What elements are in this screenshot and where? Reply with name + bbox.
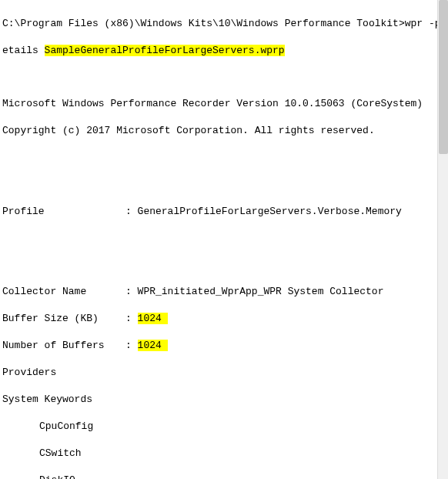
profile-row: Profile: GeneralProfileForLargeServers.V… [2, 205, 435, 219]
profile-label: Profile [2, 205, 125, 219]
blank-line [2, 71, 435, 84]
collector-sep: : [125, 286, 138, 297]
buffer-size-sep: : [125, 313, 138, 324]
collector-label: Collector Name [2, 285, 125, 299]
scrollbar-thumb[interactable] [439, 0, 448, 154]
buffer-size-label: Buffer Size (KB) [2, 312, 125, 326]
profile-filename-highlight: SampleGeneralProfileForLargeServers.wprp [45, 45, 285, 56]
buffer-size-row: Buffer Size (KB): 1024 [2, 312, 435, 326]
keyword-item: CpuConfig [2, 420, 435, 434]
version-line: Microsoft Windows Performance Recorder V… [2, 97, 435, 111]
num-buffers-value-highlight: 1024 [138, 340, 168, 351]
command-text-1: wpr -profiled [405, 18, 437, 29]
vertical-scrollbar[interactable] [437, 0, 448, 479]
profile-sep: : [125, 206, 138, 217]
system-keywords-label: System Keywords [2, 393, 435, 407]
collector-row: Collector Name: WPR_initiated_WprApp_WPR… [2, 285, 435, 299]
copyright-line: Copyright (c) 2017 Microsoft Corporation… [2, 124, 435, 138]
num-buffers-sep: : [125, 340, 138, 351]
providers-label: Providers [2, 366, 435, 380]
command-line-2: etails SampleGeneralProfileForLargeServe… [2, 44, 435, 58]
prompt-path: C:\Program Files (x86)\Windows Kits\10\W… [2, 18, 405, 29]
buffer-size-value-highlight: 1024 [138, 313, 168, 324]
keyword-item: DiskIO [2, 474, 435, 479]
num-buffers-row: Number of Buffers: 1024 [2, 339, 435, 353]
num-buffers-label: Number of Buffers [2, 339, 125, 353]
collector-value: WPR_initiated_WprApp_WPR System Collecto… [138, 286, 384, 297]
command-prefix-2: etails [2, 45, 45, 56]
blank-line [2, 178, 435, 191]
blank-line [2, 258, 435, 271]
command-line-1: C:\Program Files (x86)\Windows Kits\10\W… [2, 17, 435, 31]
terminal-output: C:\Program Files (x86)\Windows Kits\10\W… [0, 0, 437, 479]
keyword-item: CSwitch [2, 447, 435, 461]
blank-line [2, 151, 435, 164]
profile-value: GeneralProfileForLargeServers.Verbose.Me… [138, 206, 402, 217]
blank-line [2, 232, 435, 245]
